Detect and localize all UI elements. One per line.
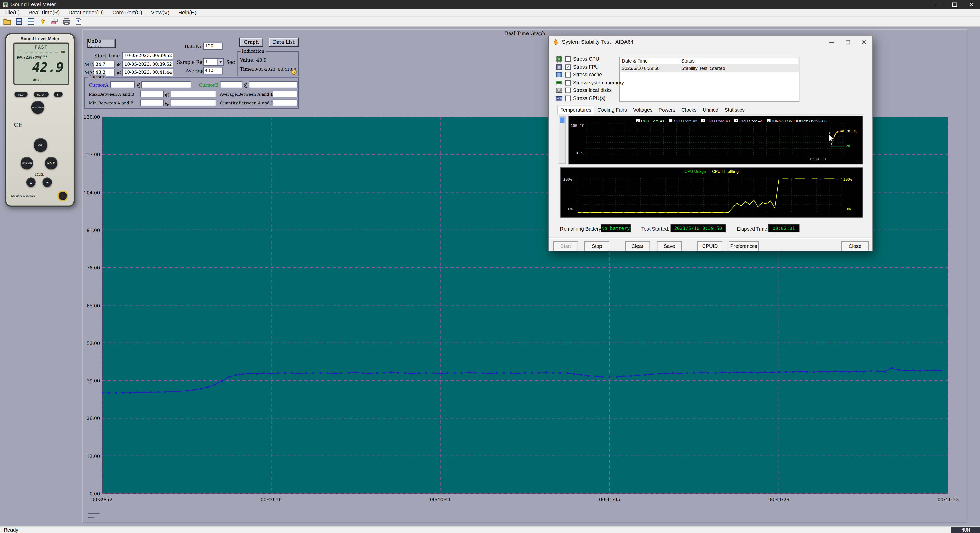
legend-item[interactable]: ✓CPU Core #1 (636, 118, 664, 123)
close-icon[interactable] (963, 0, 980, 9)
graph-button[interactable]: Graph (239, 38, 263, 47)
data-list-icon[interactable] (25, 17, 36, 26)
chevron-down-icon[interactable]: ▼ (218, 59, 223, 65)
x-axis-tick: 00:40:16 (254, 497, 288, 503)
datano-field[interactable]: 120 (203, 43, 223, 50)
avg-ab-field[interactable] (272, 91, 298, 97)
stop-button[interactable]: Stop (584, 241, 609, 251)
max-time-field[interactable]: 10-05-2023, 00:41:44 (123, 68, 173, 76)
power-icon[interactable] (57, 191, 68, 201)
stress-option-row[interactable]: Stress local disks (555, 87, 612, 94)
cursor-b-value-field[interactable] (220, 81, 242, 88)
tab-powers[interactable]: Powers (655, 106, 678, 114)
max-ab-value-field[interactable] (140, 91, 164, 97)
cursor-a-time-field[interactable] (141, 81, 191, 88)
cpuid-button[interactable]: CPUID (697, 241, 722, 251)
legend-checkbox[interactable]: ✓ (702, 119, 705, 123)
menu-view[interactable]: View(V) (146, 9, 174, 16)
max-min-button[interactable]: MAX MIN (21, 157, 33, 169)
indication-time-label: Time: (240, 66, 253, 72)
stress-option-row[interactable]: ✓Stress FPU (555, 64, 599, 70)
log-column-header[interactable]: Date & Time (620, 57, 679, 65)
undo-zoom-button[interactable]: UnDo Zoom (87, 39, 116, 48)
menu-file[interactable]: File(F) (0, 9, 24, 16)
minimize-icon[interactable] (823, 37, 839, 47)
average-field[interactable]: 41.5 (203, 67, 223, 74)
level-up-button[interactable]: ▲ (26, 178, 36, 187)
stress-checkbox[interactable] (565, 95, 571, 101)
clear-icon[interactable] (49, 17, 60, 26)
close-button[interactable]: Close (841, 241, 869, 251)
legend-item[interactable]: ✓KINGSTON OM8P0S3512F-00 (767, 118, 827, 123)
stress-checkbox[interactable] (565, 88, 571, 93)
tab-statistics[interactable]: Statistics (721, 106, 748, 114)
save-button[interactable]: Save (657, 241, 682, 251)
legend-item[interactable]: ✓CPU Core #4 (734, 118, 762, 123)
hold-button[interactable]: HOLD (45, 157, 57, 169)
stress-checkbox[interactable]: ✓ (565, 64, 571, 70)
cursor-b-time-field[interactable] (249, 81, 298, 88)
setup-button[interactable]: SETUP (34, 92, 49, 97)
min-ab-time-field[interactable] (170, 99, 216, 106)
sample-rate-select[interactable]: 1▼ (203, 58, 224, 65)
clear-button[interactable]: Clear (625, 241, 650, 251)
legend-item[interactable]: ✓CPU Core #3 (702, 118, 730, 123)
legend-checkbox[interactable]: ✓ (734, 119, 738, 123)
start-time-field[interactable]: 10-05-2023, 00:39:52 (123, 52, 173, 59)
stress-option-row[interactable]: Stress system memory (555, 79, 624, 86)
maximize-icon[interactable] (839, 37, 856, 47)
print-icon[interactable] (61, 17, 72, 26)
scrollbar-thumb[interactable] (560, 118, 564, 123)
realtime-icon[interactable] (38, 17, 48, 26)
preferences-button[interactable]: Preferences (729, 241, 759, 251)
help-icon[interactable]: ? (73, 17, 84, 26)
menu-help[interactable]: Help(H) (174, 9, 201, 16)
tab-temperatures[interactable]: Temperatures (557, 106, 594, 114)
fast-slow-button[interactable]: FAST SLOW (31, 100, 44, 113)
log-cell: Stability Test: Started (679, 65, 799, 72)
cursor-a-value-field[interactable] (110, 81, 135, 88)
legend-item[interactable]: ✓CPU Core #2 (669, 118, 697, 123)
max-ab-time-field[interactable] (170, 91, 216, 97)
legend-label: CPU Core #3 (707, 118, 730, 123)
tab-cooling-fans[interactable]: Cooling Fans (594, 106, 630, 114)
resize-grip[interactable] (88, 517, 94, 518)
usage-title-left: CPU Usage (684, 169, 706, 174)
y-axis-tick: 117.00 (73, 152, 100, 158)
stress-option-row[interactable]: Stress GPU(s) (555, 95, 605, 102)
sensor-scrollbar[interactable] (558, 116, 566, 164)
legend-checkbox[interactable]: ✓ (636, 119, 640, 123)
rec-button[interactable]: REC (14, 92, 27, 97)
legend-checkbox[interactable]: ✓ (767, 119, 771, 123)
data-list-button[interactable]: Data List (269, 38, 299, 47)
ac-button[interactable]: A/C (34, 138, 48, 152)
play-button[interactable]: ► (54, 92, 62, 97)
close-icon[interactable] (856, 37, 872, 47)
qty-ab-field[interactable] (272, 99, 298, 106)
min-time-field[interactable]: 10-05-2023, 00:39:52 (123, 61, 173, 68)
tab-clocks[interactable]: Clocks (678, 106, 700, 114)
resize-grip[interactable] (88, 513, 99, 514)
min-value-field[interactable]: 34.7 (94, 61, 115, 68)
maximize-icon[interactable] (946, 0, 963, 9)
tab-unified[interactable]: Unified (700, 106, 721, 114)
stability-log-table[interactable]: Date & TimeStatus2023/5/10 0:39:50Stabil… (619, 57, 799, 102)
stress-checkbox[interactable] (565, 56, 571, 62)
stress-checkbox[interactable] (565, 80, 571, 85)
stress-option-row[interactable]: Stress CPU (555, 56, 599, 62)
log-column-header[interactable]: Status (679, 57, 799, 65)
save-icon[interactable] (14, 17, 24, 26)
indication-groupbox: Indication (237, 51, 299, 76)
menu-datalogger[interactable]: DataLogger(D) (64, 9, 108, 16)
tab-voltages[interactable]: Voltages (630, 106, 655, 114)
stress-option-row[interactable]: Stress cache (555, 71, 602, 78)
menu-com-port[interactable]: Com Port(C) (108, 9, 146, 16)
open-file-icon[interactable] (2, 17, 13, 26)
menu-real-time[interactable]: Real Time(R) (24, 9, 64, 16)
stress-checkbox[interactable] (565, 72, 571, 78)
min-ab-value-field[interactable] (140, 99, 164, 106)
start-button[interactable]: Start (553, 241, 578, 251)
legend-checkbox[interactable]: ✓ (669, 119, 673, 123)
minimize-icon[interactable] (929, 0, 946, 9)
level-down-button[interactable]: ▼ (43, 178, 52, 187)
